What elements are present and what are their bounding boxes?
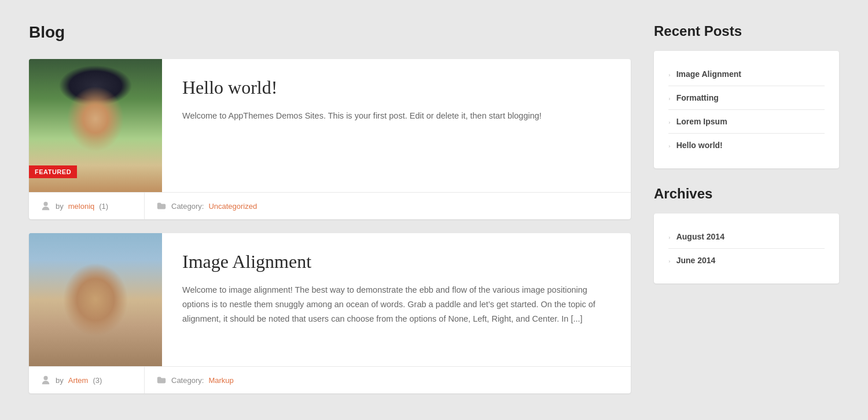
recent-post-link[interactable]: Image Alignment	[676, 69, 741, 79]
main-content: Blog FEATURED Hello world! Welcome to Ap…	[29, 23, 631, 407]
category-label: Category:	[171, 376, 204, 385]
post-card-body: Image Alignment Welcome to image alignme…	[29, 233, 631, 366]
post-card: FEATURED Hello world! Welcome to AppThem…	[29, 59, 631, 219]
archive-link[interactable]: August 2014	[676, 232, 724, 241]
recent-post-item: › Image Alignment	[668, 62, 825, 86]
post-category: Category: Uncategorized	[145, 193, 269, 219]
recent-post-link[interactable]: Lorem Ipsum	[676, 117, 727, 126]
chevron-right-icon: ›	[668, 94, 671, 101]
chevron-right-icon: ›	[668, 71, 671, 78]
post-title[interactable]: Hello world!	[182, 76, 610, 98]
user-icon	[41, 375, 51, 385]
archive-link[interactable]: June 2014	[676, 256, 716, 265]
post-title[interactable]: Image Alignment	[182, 250, 610, 272]
post-author: by meloniq (1)	[29, 193, 145, 219]
archive-item: › August 2014	[668, 225, 825, 249]
post-content: Hello world! Welcome to AppThemes Demos …	[162, 59, 631, 192]
author-link[interactable]: Artem	[68, 376, 89, 385]
post-meta: by meloniq (1) Category: Uncategorized	[29, 192, 631, 219]
post-thumbnail: FEATURED	[29, 59, 162, 192]
post-card-body: FEATURED Hello world! Welcome to AppThem…	[29, 59, 631, 192]
user-icon	[41, 201, 51, 211]
post-thumbnail	[29, 233, 162, 366]
recent-post-item: › Hello world!	[668, 134, 825, 157]
recent-posts-list: › Image Alignment › Formatting › Lorem I…	[668, 62, 825, 157]
folder-icon	[156, 375, 167, 385]
recent-post-item: › Formatting	[668, 86, 825, 110]
post-content: Image Alignment Welcome to image alignme…	[162, 233, 631, 366]
recent-posts-heading: Recent Posts	[654, 23, 839, 39]
category-link[interactable]: Markup	[208, 376, 233, 385]
author-count: (1)	[99, 202, 108, 211]
post-author: by Artem (3)	[29, 367, 145, 393]
post-card: Image Alignment Welcome to image alignme…	[29, 233, 631, 393]
archive-item: › June 2014	[668, 249, 825, 272]
author-count: (3)	[93, 376, 102, 385]
by-label: by	[56, 376, 64, 385]
recent-post-link[interactable]: Hello world!	[676, 141, 723, 150]
recent-post-item: › Lorem Ipsum	[668, 110, 825, 134]
by-label: by	[56, 202, 64, 211]
post-category: Category: Markup	[145, 367, 245, 393]
category-link[interactable]: Uncategorized	[208, 202, 257, 211]
posts-list: FEATURED Hello world! Welcome to AppThem…	[29, 59, 631, 393]
archives-heading: Archives	[654, 186, 839, 202]
archives-list: › August 2014 › June 2014	[668, 225, 825, 272]
page-title: Blog	[29, 23, 631, 42]
post-excerpt: Welcome to AppThemes Demos Sites. This i…	[182, 109, 610, 123]
author-link[interactable]: meloniq	[68, 202, 95, 211]
chevron-right-icon: ›	[668, 118, 671, 125]
post-meta: by Artem (3) Category: Markup	[29, 366, 631, 393]
chevron-right-icon: ›	[668, 142, 671, 149]
page-layout: Blog FEATURED Hello world! Welcome to Ap…	[0, 0, 868, 420]
archives-widget: › August 2014 › June 2014	[654, 213, 839, 283]
post-excerpt: Welcome to image alignment! The best way…	[182, 283, 610, 326]
sidebar: Recent Posts › Image Alignment › Formatt…	[654, 23, 839, 407]
chevron-right-icon: ›	[668, 233, 671, 240]
category-label: Category:	[171, 202, 204, 211]
recent-posts-widget: › Image Alignment › Formatting › Lorem I…	[654, 51, 839, 168]
folder-icon	[156, 201, 167, 211]
chevron-right-icon: ›	[668, 257, 671, 264]
recent-post-link[interactable]: Formatting	[676, 93, 719, 102]
featured-badge: FEATURED	[29, 165, 77, 178]
